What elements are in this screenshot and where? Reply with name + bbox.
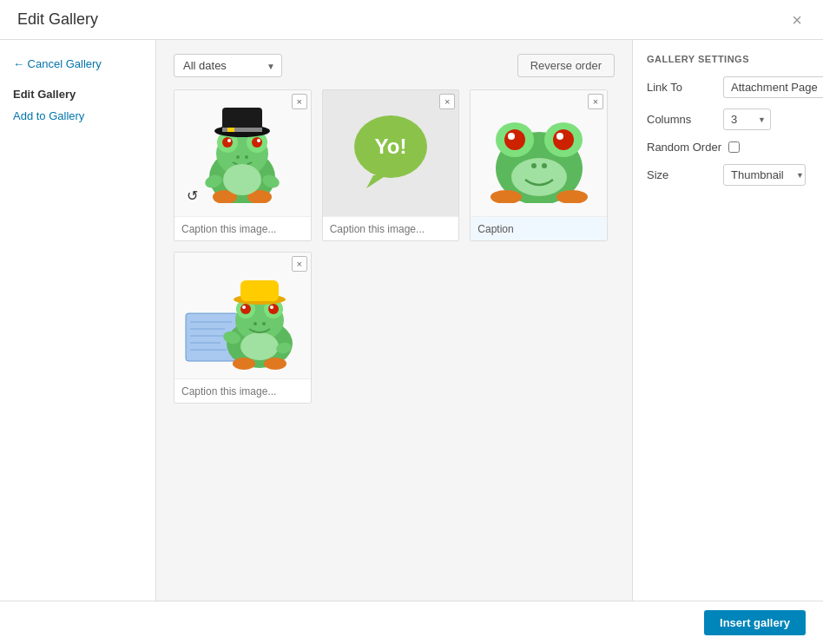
caption-input-4[interactable] — [181, 385, 304, 398]
insert-gallery-button[interactable]: Insert gallery — [704, 610, 806, 635]
svg-point-48 — [240, 332, 279, 360]
gallery-toolbar: All dates January 2023 February 2023 ▼ R… — [174, 54, 615, 77]
svg-marker-20 — [366, 175, 386, 188]
random-order-checkbox[interactable] — [728, 141, 740, 153]
random-order-row: Random Order — [647, 141, 809, 154]
cancel-gallery-link[interactable]: ← Cancel Gallery — [13, 57, 142, 70]
gallery-item: × — [470, 89, 608, 241]
svg-point-9 — [245, 155, 248, 159]
caption-input-1[interactable] — [181, 223, 304, 235]
size-row: Size Thumbnail Medium Large Full Size ▼ — [647, 164, 809, 186]
svg-rect-18 — [227, 128, 234, 132]
frog-plain-image — [487, 103, 591, 203]
gallery-item: × — [174, 252, 312, 404]
remove-item-button[interactable]: × — [439, 94, 455, 109]
gallery-image-1 — [174, 90, 311, 216]
columns-select[interactable]: 1 2 3 4 5 — [723, 108, 771, 130]
remove-item-button[interactable]: × — [292, 94, 307, 109]
modal-title: Edit Gallery — [17, 10, 98, 29]
size-select[interactable]: Thumbnail Medium Large Full Size — [723, 164, 806, 186]
svg-point-51 — [233, 358, 255, 370]
svg-point-28 — [556, 133, 563, 140]
svg-point-46 — [242, 306, 246, 309]
gallery-item: × Yo! — [322, 89, 460, 241]
date-filter-select[interactable]: All dates January 2023 February 2023 — [174, 54, 282, 77]
link-to-select[interactable]: Attachment Page Media File None — [723, 76, 823, 98]
main-content: All dates January 2023 February 2023 ▼ R… — [156, 40, 632, 601]
gallery-image-3 — [471, 90, 607, 216]
svg-point-52 — [264, 358, 286, 370]
yo-speech-bubble-image: Yo! — [347, 110, 434, 197]
svg-text:Yo!: Yo! — [375, 135, 407, 158]
edit-gallery-modal: Edit Gallery × ← Cancel Gallery Edit Gal… — [0, 0, 823, 644]
modal-body: ← Cancel Gallery Edit Gallery Add to Gal… — [0, 40, 823, 601]
svg-point-55 — [253, 322, 257, 325]
sidebar: ← Cancel Gallery Edit Gallery Add to Gal… — [0, 40, 156, 601]
svg-point-5 — [252, 137, 262, 148]
svg-point-32 — [531, 163, 537, 168]
date-filter-wrap: All dates January 2023 February 2023 ▼ — [174, 54, 282, 77]
link-to-label: Link To — [647, 81, 716, 94]
link-to-select-wrap: Attachment Page Media File None ▼ — [723, 76, 823, 98]
columns-label: Columns — [647, 113, 716, 126]
frog-construction-image — [181, 261, 303, 370]
svg-point-27 — [508, 133, 515, 140]
gallery-image-4 — [174, 253, 311, 378]
add-to-gallery-link[interactable]: Add to Gallery — [13, 109, 142, 122]
random-order-label: Random Order — [647, 141, 721, 154]
caption-input-2[interactable] — [330, 223, 452, 235]
columns-select-wrap: 1 2 3 4 5 ▼ — [723, 108, 771, 130]
size-label: Size — [647, 168, 716, 181]
svg-point-8 — [236, 155, 240, 159]
sidebar-section-title: Edit Gallery — [13, 88, 142, 101]
modal-title-bar: Edit Gallery × — [0, 0, 823, 40]
gallery-image-2: Yo! — [323, 90, 459, 216]
size-select-wrap: Thumbnail Medium Large Full Size ▼ — [723, 164, 809, 186]
remove-item-button[interactable]: × — [292, 256, 307, 272]
svg-point-4 — [222, 137, 233, 148]
gallery-caption-4 — [174, 378, 311, 403]
gallery-caption-3 — [471, 216, 607, 240]
svg-point-47 — [270, 306, 273, 309]
gallery-grid: × — [174, 89, 608, 404]
settings-panel: GALLERY SETTINGS Link To Attachment Page… — [632, 40, 823, 601]
remove-item-button[interactable]: × — [588, 94, 603, 109]
svg-point-6 — [227, 139, 231, 142]
gallery-caption-1 — [174, 216, 311, 240]
link-to-row: Link To Attachment Page Media File None … — [647, 76, 809, 98]
caption-input-3[interactable] — [477, 223, 600, 235]
settings-panel-title: GALLERY SETTINGS — [647, 54, 809, 64]
modal-close-button[interactable]: × — [788, 11, 806, 29]
reverse-order-button[interactable]: Reverse order — [517, 54, 615, 77]
svg-point-45 — [268, 304, 279, 314]
svg-point-14 — [223, 164, 261, 195]
svg-point-25 — [504, 129, 525, 150]
svg-point-29 — [511, 158, 567, 196]
svg-point-33 — [542, 163, 547, 168]
svg-point-44 — [240, 304, 251, 314]
svg-point-56 — [262, 322, 266, 325]
svg-point-26 — [553, 129, 574, 150]
svg-point-7 — [257, 139, 260, 142]
columns-row: Columns 1 2 3 4 5 ▼ — [647, 108, 809, 130]
gallery-item: × — [174, 89, 312, 241]
gallery-caption-2 — [323, 216, 459, 240]
frog-pilgrim-image — [194, 103, 290, 203]
modal-footer: Insert gallery — [0, 601, 823, 644]
svg-rect-54 — [240, 280, 279, 301]
